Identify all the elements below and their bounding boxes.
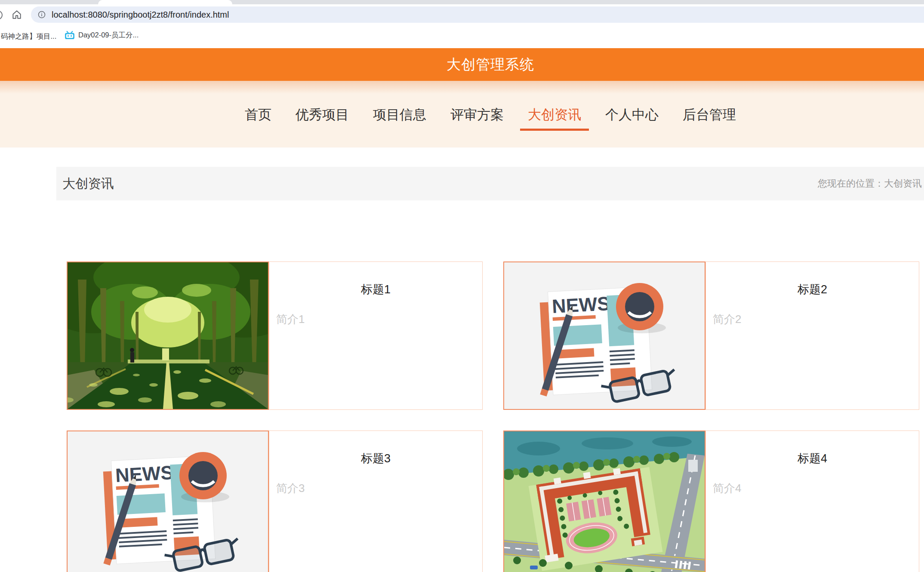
bookmark-label: 码神之路】项目... <box>1 32 56 41</box>
nav-item-news-active[interactable]: 大创资讯 <box>516 106 593 124</box>
home-button[interactable] <box>11 9 22 20</box>
nav-item-admin[interactable]: 后台管理 <box>671 106 748 124</box>
breadcrumb-location: 您现在的位置：大创资讯 <box>818 177 924 190</box>
nav-section: 首页 优秀项目 项目信息 评审方案 大创资讯 个人中心 后台管理 <box>0 81 924 148</box>
home-icon <box>11 9 22 20</box>
news-card[interactable]: NEWS <box>503 261 919 410</box>
url-bar[interactable]: localhost:8080/springbootj2zt8/front/ind… <box>31 6 924 23</box>
info-icon[interactable] <box>37 10 46 19</box>
card-image-news-illustration: NEWS <box>503 261 705 410</box>
cut-off-toolbar-icon <box>0 10 3 20</box>
card-body: 标题4 简介4 <box>705 431 919 572</box>
card-image-school-aerial <box>503 431 705 572</box>
nav-item-project-info[interactable]: 项目信息 <box>361 106 438 124</box>
url-text[interactable]: localhost:8080/springbootj2zt8/front/ind… <box>52 10 229 20</box>
news-card[interactable]: NEWS <box>67 431 483 572</box>
svg-text:NEWS: NEWS <box>115 461 174 486</box>
tab-strip <box>0 0 924 4</box>
bookmark-item[interactable]: 码神之路】项目... <box>1 32 56 41</box>
news-card-grid: 标题1 简介1 NEWS <box>67 261 919 572</box>
card-summary: 简介3 <box>276 481 482 496</box>
section-title: 大创资讯 <box>56 175 114 193</box>
card-body: 标题2 简介2 <box>705 261 919 410</box>
card-image-news-illustration: NEWS <box>67 431 269 572</box>
card-title: 标题4 <box>706 431 919 466</box>
nav-item-personal-center[interactable]: 个人中心 <box>593 106 671 124</box>
news-card[interactable]: 标题1 简介1 <box>67 261 483 410</box>
bookmark-label: Day02-09-员工分... <box>78 31 139 40</box>
bilibili-icon <box>65 31 75 40</box>
nav-item-excellent-projects[interactable]: 优秀项目 <box>283 106 361 124</box>
main-nav: 首页 优秀项目 项目信息 评审方案 大创资讯 个人中心 后台管理 <box>0 81 924 124</box>
svg-text:NEWS: NEWS <box>551 292 610 317</box>
site-header: 大创管理系统 <box>0 48 924 81</box>
nav-item-review-plan[interactable]: 评审方案 <box>438 106 516 124</box>
browser-window: localhost:8080/springbootj2zt8/front/ind… <box>0 0 924 572</box>
bookmark-item[interactable]: Day02-09-员工分... <box>65 31 139 40</box>
card-summary: 简介2 <box>713 312 919 327</box>
nav-item-home[interactable]: 首页 <box>233 106 283 124</box>
card-image-campus-avenue <box>67 261 269 410</box>
card-body: 标题3 简介3 <box>269 431 483 572</box>
card-body: 标题1 简介1 <box>269 261 483 410</box>
active-tab[interactable] <box>98 0 232 4</box>
bookmarks-bar: 码神之路】项目... Day02-09-员工分... <box>0 25 924 48</box>
browser-toolbar: localhost:8080/springbootj2zt8/front/ind… <box>0 4 924 25</box>
news-card[interactable]: 标题4 简介4 <box>503 431 919 572</box>
page-title: 大创管理系统 <box>447 55 534 74</box>
card-title: 标题1 <box>269 262 482 297</box>
card-title: 标题2 <box>706 262 919 297</box>
card-summary: 简介1 <box>276 312 482 327</box>
card-title: 标题3 <box>269 431 482 466</box>
breadcrumb: 大创资讯 您现在的位置：大创资讯 <box>56 167 924 200</box>
card-summary: 简介4 <box>713 481 919 496</box>
